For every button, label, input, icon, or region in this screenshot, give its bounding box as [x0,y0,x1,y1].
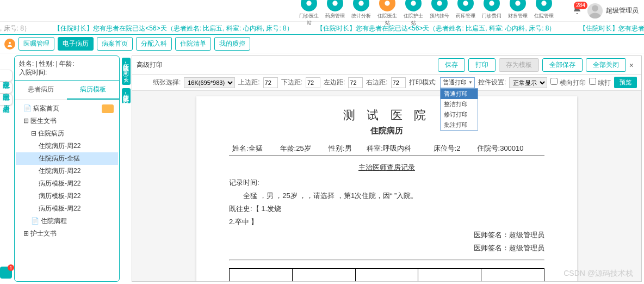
blank-table [229,268,544,281]
editor-btn-4[interactable]: 全部关闭 [586,58,626,72]
tree-item-0[interactable]: 📄 病案首页 [16,102,118,115]
svg-point-7 [489,1,494,5]
nav-icon-3[interactable] [379,0,395,11]
mode-option-3[interactable]: 批注打印 [441,120,478,130]
username: 超级管理员 [606,6,639,15]
top-bar: 门诊医生站药房管理统计分析住院医生站住院护士站预约挂号药库管理门诊费用财务管理住… [0,0,644,22]
mode-option-2[interactable]: 修订打印 [441,109,478,120]
mode-option-0[interactable]: 普通打印 [441,89,478,99]
paper-select[interactable]: 16K(695*983) [184,77,235,88]
tree-item-10[interactable]: ⊞ 护士文书 [16,227,118,240]
tree-item-1[interactable]: ⊟ 医生文书 [16,115,118,127]
margin-left-input[interactable] [348,77,363,88]
svg-point-3 [385,1,389,5]
nav-icon-9[interactable] [536,0,552,11]
tree-item-8[interactable]: 病历模板-周22 [16,202,118,215]
toolbar-btn-4[interactable]: 住院清单 [175,37,211,51]
user-box[interactable]: 超级管理员 [587,3,639,18]
margin-top-input[interactable] [263,77,278,88]
tree-item-6[interactable]: 病历模板-周22 [16,177,118,190]
doc-title: 住院病历 [229,126,544,136]
editor-btn-2[interactable]: 存为模板 [499,58,539,72]
tree: 📄 病案首页⊟ 医生文书⊟ 住院病历住院病历-周22住院病历-全猛住院病历-周2… [15,100,119,281]
nav-icon-2[interactable] [353,0,369,11]
patient-icon[interactable] [4,39,15,50]
print-options: 纸张选择: 16K(695*983) 上边距: 下边距: 左边距: 右边距: 打… [132,75,641,91]
side-fab[interactable]: 1 [0,267,12,279]
tree-item-9[interactable]: 📄 住院病程 [16,215,118,227]
nav-icon-4[interactable] [405,0,422,11]
margin-bottom-input[interactable] [306,77,320,88]
patient-table: 姓名:全猛年龄:25岁性别:男 科室:呼吸内科床位号:2住院号:300010 [229,141,544,156]
hospital-name: 测 试 医 院 [229,107,544,124]
doc-tab-1[interactable]: 住院病历 - 全猛 X [122,88,131,103]
page-canvas: 测 试 医 院 住院病历 姓名:全猛年龄:25岁性别:男 科室:呼吸内科床位号:… [132,91,641,281]
mode-option-1[interactable]: 整洁打印 [441,99,478,109]
subtab-1[interactable]: 病历模板 [67,81,119,100]
top-nav-icons: 门诊医生站药房管理统计分析住院医生站住院护士站预约挂号药库管理门诊费用财务管理住… [297,0,556,27]
svg-point-4 [411,1,416,5]
subtab-0[interactable]: 患者病历 [15,81,67,100]
nav-icon-7[interactable] [484,0,500,11]
control-select[interactable]: 正常显示 [509,77,547,88]
rail-tab-1[interactable]: 出院患者 [0,82,13,94]
notification-bell[interactable]: 284 [572,5,582,16]
tree-item-4[interactable]: 住院病历-全猛 [16,152,118,165]
svg-point-11 [9,42,11,44]
document-sheet: 测 试 医 院 住院病历 姓名:全猛年龄:25岁性别:男 科室:呼吸内科床位号:… [196,96,577,281]
record-body: 记录时间: 全猛 ，男 ，25岁 ，，请选择 ，第1次住院，因“ ”入院。 既往… [229,177,544,254]
editor-btn-1[interactable]: 打印 [468,58,496,72]
sub-tabs: 患者病历病历模板 [15,81,119,100]
tree-item-2[interactable]: ⊟ 住院病历 [16,127,118,140]
side-rail: 在院患者出院患者历史患者 1 [0,53,12,284]
continue-checkbox[interactable]: 续打 [589,78,611,88]
rail-tab-0[interactable]: 在院患者 [0,70,13,82]
close-icon[interactable]: × [626,61,637,70]
marquee: , 床号: 8） 【住院时长】您有患者在院已达<56>天（患者姓名: 比扁五, … [0,22,644,35]
doc-tabs-strip: 住院病历 - 周２２ X住院病历 - 全猛 X [122,53,131,284]
tree-item-7[interactable]: 病历模板-周22 [16,190,118,202]
rail-tab-2[interactable]: 历史患者 [0,94,13,106]
tree-item-3[interactable]: 住院病历-周22 [16,140,118,152]
toolbar-btn-2[interactable]: 病案首页 [97,37,133,51]
notification-badge: 284 [574,2,587,9]
secondary-toolbar: 医嘱管理电子病历病案首页分配入科住院清单我的质控 [0,35,644,53]
editor-btn-0[interactable]: 保存 [438,58,465,72]
refresh-icon[interactable] [102,104,114,113]
avatar [587,3,603,18]
patient-info-header: 姓名: | 性别: | 年龄: 入院时间: [15,56,119,81]
svg-point-1 [332,1,337,5]
nav-icon-8[interactable] [510,0,526,11]
nav-icon-5[interactable] [431,0,448,11]
nav-icon-1[interactable] [327,0,343,11]
nav-icon-6[interactable] [457,0,474,11]
main: 在院患者出院患者历史患者 1 姓名: | 性别: | 年龄: 入院时间: 患者病… [0,53,644,284]
left-panel: 姓名: | 性别: | 年龄: 入院时间: 患者病历病历模板 📄 病案首页⊟ 医… [14,55,120,282]
editor-panel: 高级打印 保存打印存为模板全部保存全部关闭 × 纸张选择: 16K(695*98… [132,55,642,282]
tree-item-5[interactable]: 住院病历-周22 [16,165,118,177]
doc-tab-0[interactable]: 住院病历 - 周２２ X [122,58,131,85]
toolbar-btn-1[interactable]: 电子病历 [58,37,94,51]
svg-point-9 [541,1,546,5]
svg-point-8 [515,1,520,5]
landscape-checkbox[interactable]: 横向打印 [550,78,585,88]
svg-point-2 [358,1,363,5]
preview-button[interactable]: 预览 [614,77,637,88]
nav-icon-0[interactable] [301,0,317,11]
svg-point-6 [463,1,468,5]
margin-right-input[interactable] [391,77,406,88]
print-mode-dropdown: 普通打印整洁打印修订打印批注打印 [440,88,478,131]
svg-point-0 [306,1,311,5]
editor-btn-3[interactable]: 全部保存 [542,58,583,72]
toolbar-btn-5[interactable]: 我的质控 [214,37,250,51]
toolbar-btn-0[interactable]: 医嘱管理 [18,37,54,51]
toolbar-btn-3[interactable]: 分配入科 [136,37,172,51]
svg-point-10 [592,5,598,11]
print-mode-select[interactable]: 普通打印 [440,77,475,88]
svg-point-5 [437,1,442,5]
editor-title: 高级打印 [137,60,163,70]
section-title: 主治医师查房记录 [229,163,544,172]
